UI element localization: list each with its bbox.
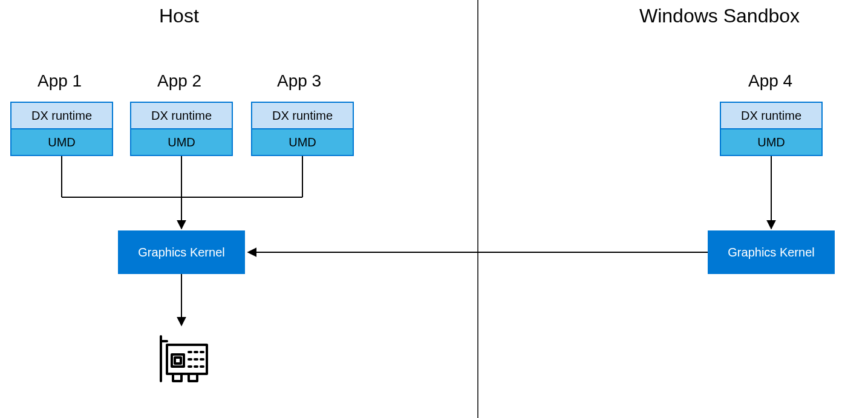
- app3-label: App 3: [277, 71, 321, 91]
- gpu-hardware-icon: [152, 333, 213, 396]
- app2-umd-box: UMD: [130, 128, 233, 156]
- svg-rect-22: [189, 374, 197, 381]
- umd-label: UMD: [289, 136, 316, 149]
- app2-dx-box: DX runtime: [130, 102, 233, 129]
- dx-label: DX runtime: [272, 109, 333, 123]
- app1-umd-box: UMD: [10, 128, 113, 156]
- umd-label: UMD: [48, 136, 76, 149]
- app3-umd-box: UMD: [251, 128, 354, 156]
- app3-dx-box: DX runtime: [251, 102, 354, 129]
- app4-label: App 4: [748, 71, 792, 91]
- svg-rect-21: [173, 374, 181, 381]
- sandbox-title: Windows Sandbox: [639, 5, 800, 27]
- app4-umd-box: UMD: [720, 128, 823, 156]
- kernel-label: Graphics Kernel: [138, 246, 224, 260]
- dx-label: DX runtime: [741, 109, 801, 123]
- app1-label: App 1: [38, 71, 82, 91]
- app1-dx-box: DX runtime: [10, 102, 113, 129]
- umd-label: UMD: [757, 136, 785, 149]
- kernel-label: Graphics Kernel: [728, 246, 814, 260]
- app4-dx-box: DX runtime: [720, 102, 823, 129]
- dx-label: DX runtime: [31, 109, 92, 123]
- dx-label: DX runtime: [151, 109, 212, 123]
- umd-label: UMD: [168, 136, 195, 149]
- svg-rect-11: [175, 358, 181, 364]
- sandbox-graphics-kernel-box: Graphics Kernel: [708, 230, 835, 274]
- host-graphics-kernel-box: Graphics Kernel: [118, 230, 245, 274]
- connector-lines: [0, 0, 868, 418]
- host-title: Host: [159, 5, 199, 27]
- app2-label: App 2: [157, 71, 201, 91]
